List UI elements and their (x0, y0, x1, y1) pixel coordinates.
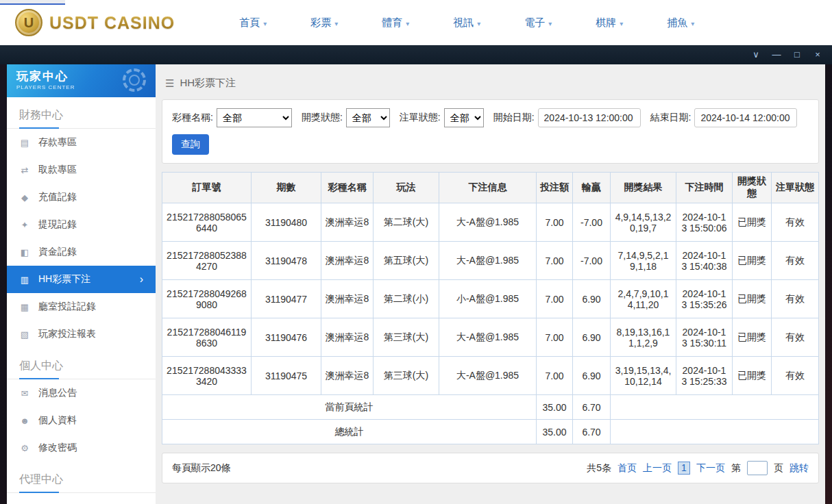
col-header-bet-time: 下注時間 (676, 173, 733, 203)
poker-chip-icon (123, 68, 146, 92)
page-summary-row: 當前頁統計 35.00 6.70 (162, 395, 819, 420)
chevron-down-icon: ▾ (691, 18, 694, 27)
sidebar-item-withdraw[interactable]: ⇄取款專區 (7, 156, 156, 184)
jump-button[interactable]: 跳转 (790, 462, 809, 475)
col-header-result: 開獎結果 (611, 173, 676, 203)
recharge-icon: ◆ (19, 192, 30, 203)
deposit-icon: ▤ (19, 138, 30, 148)
page-summary-win-loss: 6.70 (573, 395, 611, 420)
withdraw-icon: ⇄ (19, 165, 30, 175)
nav-item-slots[interactable]: 電子▾ (502, 16, 574, 29)
hall-record-icon: ▦ (19, 302, 30, 312)
table-row: 2152172880492689080 31190477 澳洲幸运8 第二球(小… (162, 280, 819, 318)
jump-label-prefix: 第 (731, 462, 741, 475)
sidebar: 玩家中心 PLAYERS CENTER 財務中心 ▤存款專區 ⇄取款專區 ◆充值… (7, 64, 156, 504)
bets-table-wrap: 訂單號 期數 彩種名稱 玩法 下注信息 投注額 輸贏 開獎結果 下注時間 開獎狀… (162, 172, 819, 444)
window-maximize-button[interactable]: □ (787, 45, 807, 64)
col-header-draw-status: 開獎狀態 (733, 173, 772, 203)
hamburger-icon: ☰ (165, 77, 174, 90)
chevron-down-icon: ▾ (406, 18, 409, 27)
funds-icon: ◧ (19, 247, 30, 257)
players-center-header: 玩家中心 PLAYERS CENTER (7, 64, 156, 97)
sidebar-item-player-bet-report[interactable]: ▧玩家投注報表 (7, 320, 156, 348)
col-header-bet-info: 下注信息 (439, 173, 537, 203)
gear-icon: ⚙ (19, 443, 30, 453)
chevron-down-icon: ▾ (620, 18, 623, 27)
nav-item-lottery[interactable]: 彩票▾ (289, 16, 360, 29)
nav-item-cards[interactable]: 棋牌▾ (574, 16, 645, 29)
total-summary-win-loss: 6.70 (573, 420, 611, 444)
browser-tab-sliver (0, 0, 65, 5)
sidebar-item-withdrawal-records[interactable]: ✦提現記錄 (7, 211, 156, 238)
chevron-down-icon: ▾ (477, 18, 480, 27)
page-summary-amount: 35.00 (537, 395, 573, 420)
order-status-select[interactable]: 全部 (444, 108, 484, 127)
total-count: 共5条 (587, 462, 611, 475)
sidebar-item-hall-bet-records[interactable]: ▦廳室投註記錄 (7, 293, 156, 320)
nav-item-fishing[interactable]: 捕魚▾ (645, 16, 716, 29)
window-chevron-button[interactable]: ∨ (746, 45, 766, 64)
col-header-period: 期數 (252, 173, 321, 203)
next-page-link[interactable]: 下一页 (696, 462, 725, 475)
sidebar-item-change-password[interactable]: ⚙修改密碼 (7, 434, 156, 462)
total-summary-row: 總統計 35.00 6.70 (162, 420, 819, 444)
window-titlebar: ∨ — □ × (0, 45, 832, 64)
end-date-input[interactable] (694, 108, 797, 127)
breadcrumb: ☰ HH彩票下注 (156, 64, 825, 99)
window-close-button[interactable]: × (807, 45, 828, 64)
sidebar-item-funds-records[interactable]: ◧資金記錄 (7, 238, 156, 266)
total-summary-amount: 35.00 (537, 420, 573, 444)
page-summary-label: 當前頁統計 (162, 395, 537, 420)
draw-status-select[interactable]: 全部 (346, 108, 390, 127)
chevron-down-icon: ▾ (263, 18, 267, 27)
page-title: HH彩票下注 (180, 77, 236, 90)
first-page-link[interactable]: 首页 (617, 462, 637, 475)
sidebar-item-hh-lottery-bets[interactable]: ▥HH彩票下注› (7, 266, 156, 293)
top-navbar: U USDT CASINO 首頁▾ 彩票▾ 體育▾ 視訊▾ 電子▾ 棋牌▾ 捕魚… (0, 0, 832, 45)
start-date-input[interactable] (538, 108, 641, 127)
section-agent-center: 代理中心 (7, 462, 156, 493)
brand-name: USDT CASINO (49, 13, 175, 33)
lottery-type-select[interactable]: 全部 (217, 108, 292, 127)
sidebar-item-recharge-records[interactable]: ◆充值記錄 (7, 184, 156, 211)
table-row: 2152172880523884270 31190478 澳洲幸运8 第五球(大… (162, 242, 819, 280)
col-header-amount: 投注額 (537, 173, 573, 203)
window-minimize-button[interactable]: — (766, 45, 787, 64)
nav-item-video[interactable]: 視訊▾ (431, 16, 502, 29)
bets-table: 訂單號 期數 彩種名稱 玩法 下注信息 投注額 輸贏 開獎結果 下注時間 開獎狀… (162, 172, 819, 444)
sidebar-item-deposit[interactable]: ▤存款專區 (7, 129, 156, 156)
sidebar-item-announcements[interactable]: ✉消息公告 (7, 379, 156, 407)
withdrawal-record-icon: ✦ (19, 220, 30, 230)
col-header-play: 玩法 (374, 173, 439, 203)
order-status-label: 注單狀態: (400, 112, 441, 124)
section-finance-center: 財務中心 (7, 97, 156, 129)
nav-item-sports[interactable]: 體育▾ (360, 16, 431, 29)
table-row: 2152172880461198630 31190476 澳洲幸运8 第三球(大… (162, 318, 819, 357)
main-nav: 首頁▾ 彩票▾ 體育▾ 視訊▾ 電子▾ 棋牌▾ 捕魚▾ (217, 16, 716, 29)
per-page-label: 每頁顯示20條 (172, 462, 231, 475)
coin-icon: U (15, 9, 42, 36)
jump-label-suffix: 页 (774, 462, 783, 475)
filter-panel: 彩種名稱: 全部 開獎狀態: 全部 注單狀態: 全部 開始日期: (162, 99, 819, 164)
sidebar-item-profile[interactable]: ☻個人資料 (7, 407, 156, 434)
col-header-lottery: 彩種名稱 (321, 173, 374, 203)
current-page[interactable]: 1 (678, 462, 690, 475)
chevron-right-icon: › (140, 273, 143, 286)
search-button[interactable]: 查詢 (172, 134, 209, 155)
col-header-order-id: 訂單號 (162, 173, 252, 203)
table-row: 2152172880580656440 31190480 澳洲幸运8 第二球(大… (162, 203, 819, 242)
draw-status-label: 開獎狀態: (302, 112, 343, 124)
table-header-row: 訂單號 期數 彩種名稱 玩法 下注信息 投注額 輸贏 開獎結果 下注時間 開獎狀… (162, 173, 819, 203)
app-body: 玩家中心 PLAYERS CENTER 財務中心 ▤存款專區 ⇄取款專區 ◆充值… (0, 64, 832, 504)
brand-logo[interactable]: U USDT CASINO (15, 9, 175, 36)
prev-page-link[interactable]: 上一页 (643, 462, 672, 475)
table-row: 2152172880433333420 31190475 澳洲幸运8 第三球(大… (162, 357, 819, 395)
nav-item-home[interactable]: 首頁▾ (217, 16, 289, 29)
lottery-bet-icon: ▥ (19, 275, 30, 285)
jump-page-input[interactable] (747, 461, 768, 475)
person-icon: ☻ (19, 416, 30, 426)
report-icon: ▧ (19, 329, 30, 340)
col-header-order-status: 注單狀態 (772, 173, 819, 203)
lottery-type-label: 彩種名稱: (172, 112, 213, 124)
chevron-down-icon: ▾ (334, 18, 338, 27)
